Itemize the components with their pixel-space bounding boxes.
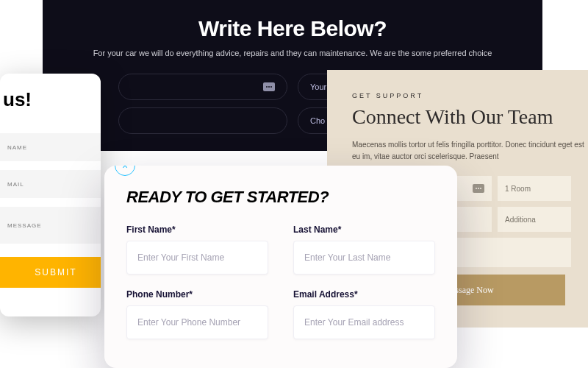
close-button[interactable]: × bbox=[115, 166, 135, 176]
ready-title: Ready to Get Started? bbox=[126, 188, 435, 207]
first-name-input[interactable]: Enter Your First Name bbox=[126, 241, 268, 275]
ready-card: × Ready to Get Started? First Name* Ente… bbox=[104, 166, 457, 368]
keyboard-icon bbox=[473, 184, 484, 193]
connect-eyebrow: GET SUPPORT bbox=[352, 92, 588, 99]
ready-grid: First Name* Enter Your First Name Last N… bbox=[126, 224, 435, 339]
hero-subject-input[interactable] bbox=[118, 107, 287, 134]
connect-title: Connect With Our Team bbox=[352, 105, 588, 129]
hero-title: Write Here Below? bbox=[43, 16, 542, 41]
hero-email-value: Your bbox=[310, 82, 326, 91]
phone-label: Phone Number* bbox=[126, 289, 268, 300]
connect-room-select[interactable]: 1 Room bbox=[498, 176, 571, 201]
email-group: Email Address* Enter Your Email address bbox=[293, 289, 435, 339]
contact-us-title: us! bbox=[0, 88, 101, 111]
first-name-label: First Name* bbox=[126, 224, 268, 235]
hero-subtitle: For your car we will do everything advic… bbox=[43, 49, 542, 57]
submit-button[interactable]: SUBMIT bbox=[0, 257, 101, 288]
last-name-label: Last Name* bbox=[293, 224, 435, 235]
us-name-input[interactable]: NAME bbox=[0, 133, 101, 161]
contact-us-card: us! NAME MAIL MESSAGE SUBMIT bbox=[0, 74, 101, 316]
keyboard-icon bbox=[263, 82, 275, 91]
connect-additional-input[interactable]: Additiona bbox=[498, 207, 571, 232]
last-name-input[interactable]: Enter Your Last Name bbox=[293, 241, 435, 275]
last-name-group: Last Name* Enter Your Last Name bbox=[293, 224, 435, 275]
connect-room-value: 1 Room bbox=[505, 185, 531, 193]
connect-description: Maecenas mollis tortor ut felis fringill… bbox=[352, 139, 588, 163]
phone-input[interactable]: Enter Your Phone Number bbox=[126, 305, 268, 339]
email-input[interactable]: Enter Your Email address bbox=[293, 305, 435, 339]
phone-group: Phone Number* Enter Your Phone Number bbox=[126, 289, 268, 339]
hero-choose-value: Cho bbox=[310, 116, 325, 125]
us-message-input[interactable]: MESSAGE bbox=[0, 207, 101, 244]
hero-name-input[interactable] bbox=[118, 74, 287, 100]
first-name-group: First Name* Enter Your First Name bbox=[126, 224, 268, 275]
close-icon: × bbox=[122, 166, 128, 171]
us-email-input[interactable]: MAIL bbox=[0, 170, 101, 198]
email-label: Email Address* bbox=[293, 289, 435, 300]
